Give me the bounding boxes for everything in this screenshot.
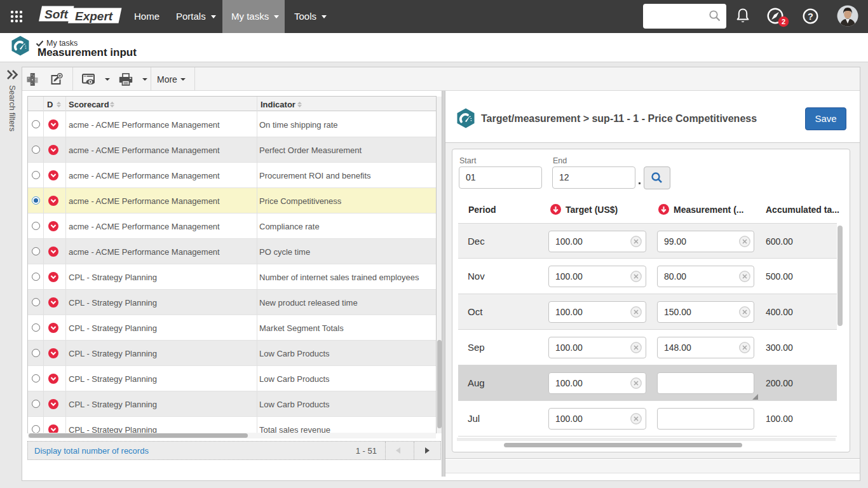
svg-text:Expert: Expert [75, 10, 113, 23]
svg-text:?: ? [808, 11, 813, 22]
svg-text:2: 2 [782, 18, 785, 25]
svg-text:Soft: Soft [44, 8, 69, 21]
